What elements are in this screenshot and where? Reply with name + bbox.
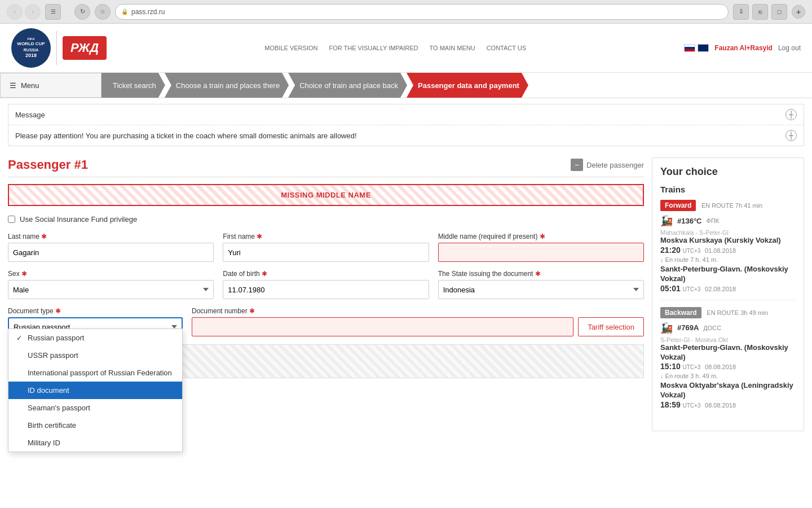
new-tab-button[interactable]: +: [792, 5, 805, 19]
logout-link[interactable]: Log out: [778, 44, 801, 52]
social-insurance-row: Use Social Insurance Fund privilege: [8, 215, 644, 224]
sex-group: Sex ✱ Male Female: [8, 270, 214, 299]
dropdown-item-id-doc[interactable]: ID document: [8, 382, 182, 399]
sidebar-toggle[interactable]: ☰: [45, 4, 61, 20]
dropdown-item-military-id[interactable]: Military ID: [8, 434, 182, 452]
close-message-1[interactable]: ┼: [785, 109, 797, 120]
train1-departure-time: 21:20: [660, 246, 681, 255]
train1-departure-tz: UTC+3: [682, 248, 700, 254]
last-name-input[interactable]: [8, 243, 214, 262]
train2-arrival-station: Moskva Oktyabr'skaya (Leningradskiy Vokz…: [660, 381, 796, 400]
tariff-button[interactable]: Tariff selection: [578, 317, 644, 336]
nav-visually-impaired[interactable]: FOR THE VISUALLY IMPAIRED: [329, 45, 418, 51]
train1-departure-station: Moskva Kurskaya (Kurskiy Vokzal): [660, 236, 796, 246]
last-name-required: ✱: [41, 233, 47, 240]
logo-area: FIFA WORLD CUP RUSSIA 2018 РЖД: [11, 28, 107, 68]
step-passenger-data[interactable]: Passenger data and payment: [407, 73, 528, 98]
doc-number-input[interactable]: [192, 317, 573, 336]
dob-input[interactable]: [223, 280, 429, 299]
lock-icon: 🔒: [121, 8, 128, 15]
social-insurance-checkbox[interactable]: [8, 216, 15, 223]
train1-en-route: ↓ En route 7 h. 41 m.: [660, 256, 796, 263]
forward-train-block: Forward EN ROUTE 7h 41 min 🚂 #136°C ФПК …: [660, 200, 796, 300]
trains-section-title: Trains: [660, 185, 796, 194]
passenger-header: Passenger #1 − Delete passenger: [8, 157, 644, 177]
train1-arrival-date: 02.08.2018: [705, 286, 736, 292]
middle-name-required: ✱: [540, 233, 545, 240]
form-area: Passenger #1 − Delete passenger MISSING …: [8, 157, 652, 431]
first-name-group: First name ✱: [223, 233, 429, 262]
fullscreen-button[interactable]: □: [771, 4, 787, 20]
forward-button[interactable]: ›: [25, 4, 41, 20]
train1-arrival-time: 05:01: [660, 284, 681, 293]
delete-passenger-button[interactable]: − Delete passenger: [571, 159, 644, 171]
doc-type-label: Document type ✱: [8, 307, 183, 315]
delete-label: Delete passenger: [586, 161, 644, 169]
issuing-state-label: The State issuing the document ✱: [438, 270, 644, 278]
doc-number-label: Document number ✱: [192, 307, 644, 315]
step-ticket-search[interactable]: Ticket search: [102, 73, 165, 98]
train2-departure-station: Sankt-Peterburg-Glavn. (Moskovskiy Vokza…: [660, 343, 796, 362]
top-nav: FIFA WORLD CUP RUSSIA 2018 РЖД MOBILE VE…: [0, 24, 812, 73]
download-button[interactable]: ⇩: [733, 4, 749, 20]
top-nav-links: MOBILE VERSION FOR THE VISUALLY IMPAIRED…: [264, 45, 526, 51]
dob-group: Date of birth ✱: [223, 270, 429, 299]
backward-en-route: EN ROUTE 3h 49 min: [707, 309, 767, 316]
first-name-label: First name ✱: [223, 233, 429, 240]
breadcrumb-steps: Ticket search Choose a train and places …: [102, 73, 528, 98]
menu-button[interactable]: ☰ Menu: [0, 73, 102, 98]
dropdown-item-ussr-passport[interactable]: USSR passport: [8, 347, 182, 364]
rzd-logo: РЖД: [63, 36, 107, 60]
middle-name-input[interactable]: [438, 243, 644, 262]
flag-uk[interactable]: [698, 44, 709, 52]
first-name-input[interactable]: [223, 243, 429, 262]
your-choice-title: Your choice: [660, 166, 796, 178]
browser-chrome: ‹ › ☰ ↻ ☆ 🔒 pass.rzd.ru ⇩ ⎋ □ +: [0, 0, 812, 24]
sex-label: Sex ✱: [8, 270, 214, 278]
nav-mobile[interactable]: MOBILE VERSION: [264, 45, 317, 51]
sex-dob-row: Sex ✱ Male Female Date of birth ✱: [8, 270, 644, 299]
last-name-label: Last name ✱: [8, 233, 214, 240]
step-choice-back[interactable]: Choice of train and place back: [288, 73, 407, 98]
doc-type-group: Document type ✱ Russian passport ✓ Russi…: [8, 307, 183, 336]
share-button[interactable]: ⎋: [752, 4, 768, 20]
sidebar: Your choice Trains Forward EN ROUTE 7h 4…: [652, 157, 804, 431]
train2-departure-time: 15:10: [660, 362, 681, 371]
nav-main-menu[interactable]: TO MAIN MENU: [430, 45, 475, 51]
first-name-required: ✱: [257, 233, 262, 240]
star-button[interactable]: ☆: [95, 4, 111, 20]
address-bar[interactable]: 🔒 pass.rzd.ru: [115, 4, 729, 20]
fifa-logo: FIFA WORLD CUP RUSSIA 2018: [11, 28, 51, 68]
train1-arrival-station: Sankt-Peterburg-Glavn. (Moskovskiy Vokza…: [660, 265, 796, 284]
url-text: pass.rzd.ru: [131, 8, 165, 16]
nav-contact[interactable]: CONTACT US: [487, 45, 527, 51]
doc-type-dropdown: ✓ Russian passport USSR passport Interna…: [8, 329, 183, 452]
step-choose-train[interactable]: Choose a train and places there: [165, 73, 289, 98]
forward-en-route: EN ROUTE 7h 41 min: [701, 202, 762, 209]
checkmark-icon: ✓: [16, 334, 24, 342]
train2-route: S-Peter-Gl - Moskva Okt: [660, 336, 796, 343]
step2-label: Choose a train and places there: [176, 81, 280, 90]
dropdown-item-russian-passport[interactable]: ✓ Russian passport: [8, 329, 182, 347]
issuing-state-select[interactable]: Indonesia Russia: [438, 280, 644, 299]
train2-arrival-time: 18:59: [660, 400, 681, 409]
your-choice-box: Your choice Trains Forward EN ROUTE 7h 4…: [652, 157, 804, 431]
train1-type: ФПК: [707, 217, 720, 224]
train1-icon: 🚂: [660, 214, 673, 227]
dropdown-item-birth-cert[interactable]: Birth certificate: [8, 417, 182, 434]
flag-ru[interactable]: [684, 44, 695, 52]
warning-banner: MISSING MIDDLE NAME: [8, 184, 644, 206]
sex-select[interactable]: Male Female: [8, 280, 214, 299]
train2-arrival-tz: UTC+3: [682, 402, 700, 409]
refresh-button[interactable]: ↻: [74, 4, 90, 20]
username[interactable]: Fauzan Al+Rasyid: [714, 44, 773, 52]
issuing-state-group: The State issuing the document ✱ Indones…: [438, 270, 644, 299]
train2-arrival-date: 08.08.2018: [705, 402, 736, 409]
back-button[interactable]: ‹: [7, 4, 23, 20]
passenger-title: Passenger #1: [8, 157, 88, 172]
close-message-2[interactable]: ┼: [785, 130, 797, 141]
middle-name-label: Middle name (required if present) ✱: [438, 233, 644, 240]
breadcrumb-bar: ☰ Menu Ticket search Choose a train and …: [0, 73, 812, 98]
dropdown-item-intl-passport[interactable]: International passport of Russian Federa…: [8, 364, 182, 382]
dropdown-item-seamans[interactable]: Seaman's passport: [8, 399, 182, 417]
